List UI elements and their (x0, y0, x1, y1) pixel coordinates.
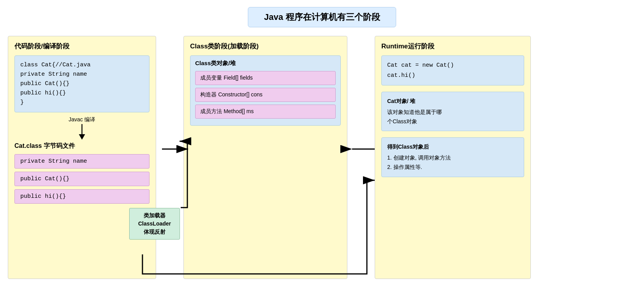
page-title: Java 程序在计算机有三个阶段 (248, 7, 396, 27)
runtime-info-title: 得到Class对象后 (387, 142, 518, 152)
phase3-title: Runtime运行阶段 (381, 42, 524, 51)
compile-arrow: Javac 编译 (14, 116, 149, 140)
cat-object-box: Cat对象/ 堆 该对象知道他是属于哪 个Class对象 (381, 92, 524, 131)
phase-code: 代码阶段/编译阶段 class Cat{//Cat.java private S… (8, 36, 156, 279)
source-code-box: class Cat{//Cat.java private String name… (14, 55, 149, 112)
gap2 (351, 36, 375, 279)
cat-object-desc: 该对象知道他是属于哪 个Class对象 (387, 108, 518, 126)
phase-class: Class类阶段(加载阶段) Class类对象/堆 成员变量 Field[] f… (183, 36, 347, 279)
runtime-info-item-0: 1. 创建对象, 调用对象方法 (387, 153, 518, 163)
phases-container: 代码阶段/编译阶段 class Cat{//Cat.java private S… (8, 36, 636, 279)
bytecode-item-1: public Cat(){} (14, 172, 149, 186)
phase2-title: Class类阶段(加载阶段) (190, 42, 341, 51)
runtime-code-box: Cat cat = new Cat() cat.hi() (381, 55, 524, 85)
bytecode-title: Cat.class 字节码文件 (14, 142, 149, 150)
svg-line-2 (180, 149, 181, 206)
gap1 (156, 36, 180, 279)
class-field-0: 成员变量 Field[] fields (195, 71, 336, 85)
down-arrow-svg (76, 124, 88, 140)
bytecode-item-0: private String name (14, 154, 149, 169)
bytecode-item-2: public hi(){} (14, 189, 149, 204)
phase-runtime: Runtime运行阶段 Cat cat = new Cat() cat.hi()… (375, 36, 531, 279)
class-field-1: 构造器 Constructor[] cons (195, 88, 336, 102)
runtime-info-item-1: 2. 操作属性等. (387, 163, 518, 172)
class-heap-title: Class类对象/堆 (195, 60, 336, 67)
phase1-title: 代码阶段/编译阶段 (14, 42, 149, 51)
svg-marker-1 (79, 134, 85, 140)
cat-object-title: Cat对象/ 堆 (387, 97, 518, 106)
class-field-2: 成员方法 Method[] ms (195, 105, 336, 119)
class-heap-box: Class类对象/堆 成员变量 Field[] fields 构造器 Const… (190, 55, 341, 126)
compile-label: Javac 编译 (69, 116, 95, 123)
runtime-info-box: 得到Class对象后 1. 创建对象, 调用对象方法 2. 操作属性等. (381, 137, 524, 177)
